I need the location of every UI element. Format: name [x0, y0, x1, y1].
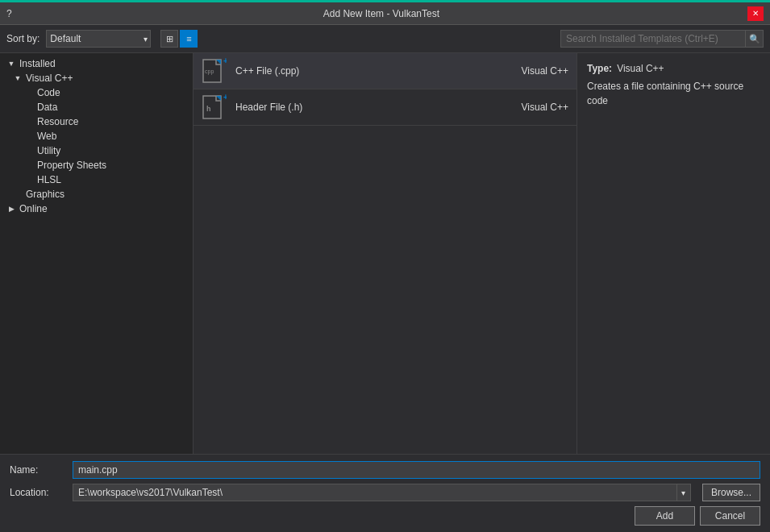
tree-item-web[interactable]: Web	[0, 129, 193, 143]
sort-select-wrap: Default Name Type	[46, 30, 151, 48]
tree-panel: ▼ Installed ▼ Visual C++ Code Data Resou…	[0, 53, 194, 454]
header-file-name: Header File (.h)	[235, 102, 480, 113]
info-type-label: Type:	[587, 63, 612, 74]
expand-icon-hlsl	[24, 175, 34, 185]
title-bar-controls: ✕	[747, 6, 764, 21]
cpp-file-icon: + cpp	[202, 58, 227, 84]
expand-icon-resource	[24, 117, 34, 127]
middle-section: ▼ Installed ▼ Visual C++ Code Data Resou…	[0, 53, 770, 454]
svg-text:h: h	[206, 105, 211, 113]
tree-label-installed: Installed	[19, 58, 56, 69]
location-row: Location: ▾ Browse...	[10, 484, 760, 501]
tree-item-resource[interactable]: Resource	[0, 114, 193, 129]
expand-icon-property-sheets	[24, 160, 34, 170]
top-bar: Sort by: Default Name Type ⊞ ≡ 🔍	[0, 25, 770, 53]
info-description: Creates a file containing C++ source cod…	[587, 79, 760, 108]
close-button[interactable]: ✕	[747, 6, 764, 21]
tree-item-hlsl[interactable]: HLSL	[0, 172, 193, 187]
tree-item-utility[interactable]: Utility	[0, 143, 193, 158]
name-row: Name:	[10, 461, 760, 479]
tree-label-property-sheets: Property Sheets	[37, 160, 106, 171]
cpp-file-name: C++ File (.cpp)	[235, 65, 480, 77]
tree-label-hlsl: HLSL	[37, 174, 61, 185]
help-label[interactable]: ?	[6, 8, 12, 19]
button-row: Add Cancel	[10, 506, 760, 526]
add-button[interactable]: Add	[635, 506, 695, 526]
expand-icon-data	[24, 102, 34, 112]
svg-text:+: +	[223, 57, 227, 65]
tree-item-graphics[interactable]: Graphics	[0, 187, 193, 202]
cpp-file-svg: + cpp	[202, 57, 227, 85]
search-icon: 🔍	[749, 34, 760, 44]
tree-item-property-sheets[interactable]: Property Sheets	[0, 158, 193, 172]
location-dropdown-arrow[interactable]: ▾	[676, 484, 691, 501]
browse-button[interactable]: Browse...	[702, 484, 760, 501]
sort-select[interactable]: Default Name Type	[46, 30, 151, 48]
tree-label-code: Code	[37, 87, 60, 98]
expand-icon-utility	[24, 146, 34, 156]
view-list-button[interactable]: ≡	[180, 30, 198, 48]
search-box-wrap: 🔍	[560, 30, 764, 48]
file-list-panel: + cpp C++ File (.cpp) Visual C++ + h	[194, 53, 576, 454]
name-input[interactable]	[73, 461, 760, 479]
h-file-icon: + h	[202, 94, 227, 120]
h-file-svg: + h	[202, 94, 227, 121]
info-type-line: Type: Visual C++	[587, 63, 760, 74]
tree-item-data[interactable]: Data	[0, 100, 193, 114]
file-item-cpp[interactable]: + cpp C++ File (.cpp) Visual C++	[194, 53, 576, 89]
tree-item-installed[interactable]: ▼ Installed	[0, 56, 193, 71]
tree-label-web: Web	[37, 131, 56, 142]
expand-icon-online: ▶	[6, 204, 16, 214]
dialog-title: Add New Item - VulkanTest	[15, 8, 747, 19]
bottom-section: Name: Location: ▾ Browse... Add Cancel	[0, 454, 770, 532]
tree-label-data: Data	[37, 102, 57, 113]
title-bar: ? Add New Item - VulkanTest ✕	[0, 2, 770, 25]
dialog-body: Sort by: Default Name Type ⊞ ≡ 🔍 ▼ Insta…	[0, 25, 770, 532]
info-panel: Type: Visual C++ Creates a file containi…	[576, 53, 770, 454]
cpp-file-type: Visual C++	[488, 65, 568, 77]
expand-icon-code	[24, 88, 34, 98]
tree-label-utility: Utility	[37, 145, 60, 156]
header-file-type: Visual C++	[488, 102, 568, 113]
svg-text:+: +	[223, 94, 227, 102]
tree-item-visual-cpp[interactable]: ▼ Visual C++	[0, 71, 193, 85]
tree-label-graphics: Graphics	[26, 189, 65, 200]
location-label: Location:	[10, 487, 66, 498]
tree-label-visual-cpp: Visual C++	[26, 73, 73, 84]
location-input-wrap: ▾	[73, 484, 691, 501]
tree-item-online[interactable]: ▶ Online	[0, 202, 193, 216]
search-icon-button[interactable]: 🔍	[746, 30, 764, 48]
search-input[interactable]	[560, 30, 746, 48]
expand-icon-graphics	[13, 189, 23, 199]
file-item-header[interactable]: + h Header File (.h) Visual C++	[194, 89, 576, 126]
sort-by-label: Sort by:	[6, 33, 40, 44]
svg-text:cpp: cpp	[205, 69, 214, 75]
tree-item-code[interactable]: Code	[0, 85, 193, 100]
name-label: Name:	[10, 464, 66, 476]
cancel-button[interactable]: Cancel	[700, 506, 760, 526]
tree-label-online: Online	[19, 203, 48, 214]
expand-icon-visual-cpp: ▼	[13, 73, 23, 83]
view-grid-button[interactable]: ⊞	[160, 30, 178, 48]
expand-icon-installed: ▼	[6, 59, 16, 69]
location-input[interactable]	[73, 484, 676, 501]
view-icons: ⊞ ≡	[160, 30, 198, 48]
tree-label-resource: Resource	[37, 116, 78, 127]
info-type-value: Visual C++	[617, 63, 664, 74]
title-bar-left: ?	[6, 8, 15, 19]
expand-icon-web	[24, 131, 34, 141]
